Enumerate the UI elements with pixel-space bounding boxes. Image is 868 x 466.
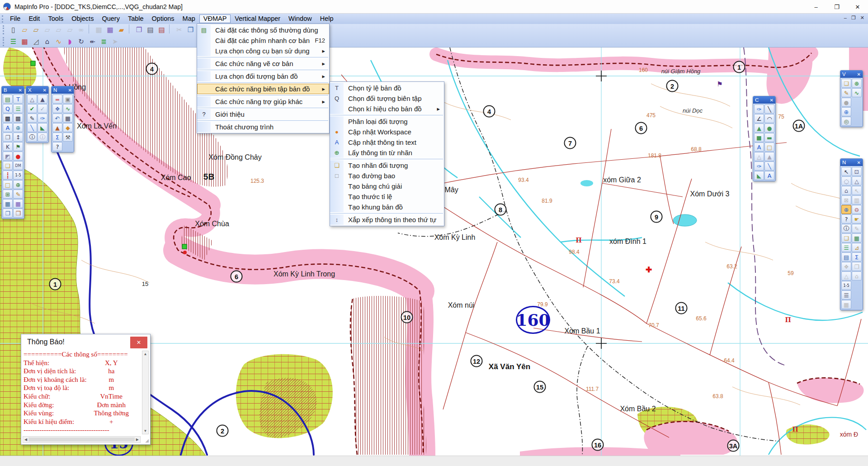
calendar-table-button[interactable]: ▦ — [3, 199, 13, 208]
menu-objects[interactable]: Objects — [67, 14, 98, 23]
pin-callout-button[interactable]: ✑ — [754, 162, 764, 171]
menu-help[interactable]: Help — [316, 14, 338, 23]
table-sheet-button[interactable]: ▦ — [63, 114, 73, 123]
rounded-rect-draw-button[interactable]: ▬ — [764, 133, 774, 142]
copy-structure-button[interactable]: ❐ — [3, 133, 13, 142]
vm-rotate-button[interactable]: ↻ — [75, 36, 87, 47]
question-button[interactable]: ? — [841, 214, 851, 223]
flag-golf-button[interactable]: ⚑ — [13, 142, 23, 151]
map-hand-button[interactable]: ▦ — [852, 233, 862, 243]
select-polygon-button[interactable]: △ — [852, 176, 862, 185]
text-style-button[interactable]: A — [3, 123, 13, 132]
menu-query[interactable]: Query — [98, 14, 124, 23]
info-gray-button[interactable]: ⓘ — [38, 133, 47, 142]
district-gray-button[interactable]: ❖ — [841, 262, 851, 271]
rectangle-draw-button[interactable]: ■ — [754, 133, 764, 142]
palette-titlebar[interactable]: V✕ — [840, 71, 863, 78]
menu-edit[interactable]: Edit — [24, 14, 44, 23]
ball-gray-button[interactable]: ● — [841, 98, 851, 107]
menu-item-xap-xep-thong-tin-theo-thu-tu[interactable]: ↕Xắp xếp thông tin theo thứ tự — [330, 214, 444, 225]
paste-board-button[interactable]: ❒ — [13, 209, 23, 218]
copy-window-button[interactable]: ❐ — [133, 24, 145, 35]
line-callout-button[interactable]: ╲ — [764, 162, 774, 171]
vm-cross-section-button[interactable]: ◿ — [30, 36, 42, 47]
menu-file[interactable]: File — [6, 14, 24, 23]
globe-green-button[interactable]: ⊕ — [852, 79, 862, 88]
zoom-out-button[interactable]: ⊖ — [852, 205, 862, 214]
dialog-close-button[interactable]: ✕ — [130, 337, 147, 348]
palette-titlebar[interactable]: N✕ — [840, 159, 863, 166]
polygon-draw-button[interactable]: ▲ — [754, 124, 764, 133]
list-sheet-button[interactable]: ☰ — [841, 290, 851, 300]
menu-vertical-mapper[interactable]: Vertical Mapper — [231, 14, 284, 23]
polygon-fill-button[interactable]: ◣ — [38, 123, 47, 132]
chart-green-button[interactable]: ∿ — [852, 88, 862, 97]
copy-pages-button[interactable]: ❐ — [3, 209, 13, 218]
menu-tools[interactable]: Tools — [44, 14, 67, 23]
table-add-gray-button[interactable]: ▦ — [841, 300, 851, 309]
check-light-button[interactable]: ✓ — [38, 104, 47, 113]
pin-symbol-button[interactable]: ✑ — [754, 105, 764, 114]
menu-item-cac-chuc-nang-tro-giup-khac[interactable]: Các chức năng trợ giúp khác▸ — [197, 96, 329, 107]
camera-box-button[interactable]: ▣ — [63, 95, 73, 104]
menu-options[interactable]: Options — [148, 14, 179, 23]
line-draw-button[interactable]: ╲ — [764, 105, 774, 114]
palette-titlebar[interactable]: C✕ — [753, 96, 775, 104]
info-bold-button[interactable]: ⓘ — [27, 133, 37, 142]
dialog-horizontal-scrollbar[interactable]: ◀ ▶ — [23, 436, 141, 443]
menu-item-chon-oi-tuong-bien-tap[interactable]: QChọn đối tượng biên tập — [330, 93, 444, 104]
arc-draw-button[interactable]: ◠ — [764, 114, 774, 123]
scroll-right-icon[interactable]: ▶ — [136, 437, 139, 442]
link-disabled-button[interactable]: ∞ — [75, 24, 87, 35]
maximize-button[interactable]: ❐ — [826, 0, 847, 14]
mdi-close-button[interactable]: ✕ — [860, 15, 864, 21]
menu-item-cap-nhat-thong-tin-text[interactable]: ACập nhật thông tin text — [330, 137, 444, 147]
open-table-button[interactable]: ▱ — [19, 24, 30, 35]
print-window-button[interactable]: ▤ — [156, 24, 167, 35]
select-marquee-button[interactable]: ⊡ — [852, 167, 862, 176]
close-table-button[interactable]: ▰ — [116, 24, 127, 35]
select-gray-button[interactable]: ↖ — [852, 186, 862, 195]
scroll-up-icon[interactable]: ▲ — [144, 352, 147, 356]
traffic-light-button[interactable]: ┋ — [3, 171, 13, 180]
menu-item-lua-chon-oi-tuong-ban-o[interactable]: Lựa chọn đối tượng bản đồ▸ — [197, 71, 329, 81]
menu-item-tao-khung-ban-o[interactable]: Tạo khung bản đồ — [330, 202, 444, 212]
house-gray-button[interactable]: ⌂ — [852, 271, 862, 281]
menu-item-gioi-thieu[interactable]: ?Giới thiệu — [197, 109, 329, 119]
menu-item-thoat-chuong-trinh[interactable]: Thoát chương trình — [197, 122, 329, 132]
polygon-nodes-add-button[interactable]: ▲ — [38, 95, 47, 104]
menu-item-tao-uong-bao[interactable]: □Tạo đường bao — [330, 171, 444, 181]
region-style-button[interactable]: ◩ — [3, 152, 13, 161]
layers-button[interactable]: ☰ — [13, 104, 23, 113]
workspace-notebook-button[interactable]: ▤ — [3, 95, 13, 104]
close-icon[interactable]: ✕ — [770, 98, 774, 103]
save-floppy-button[interactable]: ▦ — [13, 199, 23, 208]
record-red-button[interactable]: ● — [13, 152, 23, 161]
thong-bao-dialog[interactable]: Thông Báo! ✕ ==========Các thông số=====… — [21, 334, 151, 445]
shield-orange-button[interactable]: ◆ — [63, 123, 73, 132]
mountain-red-button[interactable]: ▲ — [52, 123, 62, 132]
minimize-button[interactable]: – — [806, 0, 826, 14]
sigma-sum-button[interactable]: Σ — [852, 252, 862, 262]
map-pencil-button[interactable]: ✎ — [841, 88, 851, 97]
save-window-button[interactable]: ▦ — [104, 24, 116, 35]
copy-button[interactable]: ❐ — [185, 24, 196, 35]
cut-disabled-button[interactable]: ✂ — [174, 24, 185, 35]
frame-box-button[interactable]: □ — [3, 180, 13, 189]
mdi-restore-button[interactable]: ❐ — [851, 15, 856, 21]
pencil-edit-button[interactable]: ✎ — [13, 190, 23, 199]
scroll-left-icon[interactable]: ◀ — [24, 437, 27, 442]
save-table-disabled-button[interactable]: ▦ — [93, 24, 104, 35]
sigma-sum-button[interactable]: Σ — [52, 133, 62, 142]
check-apply-button[interactable]: ✔ — [27, 104, 37, 113]
question-button[interactable]: ? — [52, 142, 62, 151]
ellipse-draw-button[interactable]: ● — [764, 124, 774, 133]
scale-bar-button[interactable]: 1-5 — [13, 171, 23, 180]
layers-button[interactable]: ☰ — [841, 243, 851, 252]
ruler-button[interactable]: ⊿ — [852, 243, 862, 252]
menu-item-cai-at-cac-phim-nhanh-co-ban[interactable]: Cài đặt các phím nhanh cơ bảnF12 — [197, 35, 329, 46]
close-icon[interactable]: ✕ — [857, 160, 861, 165]
open-disabled-2-button[interactable]: ▱ — [53, 24, 64, 35]
menu-map[interactable]: Map — [179, 14, 199, 23]
vm-pointer-disabled-button[interactable]: ➤ — [109, 36, 121, 47]
